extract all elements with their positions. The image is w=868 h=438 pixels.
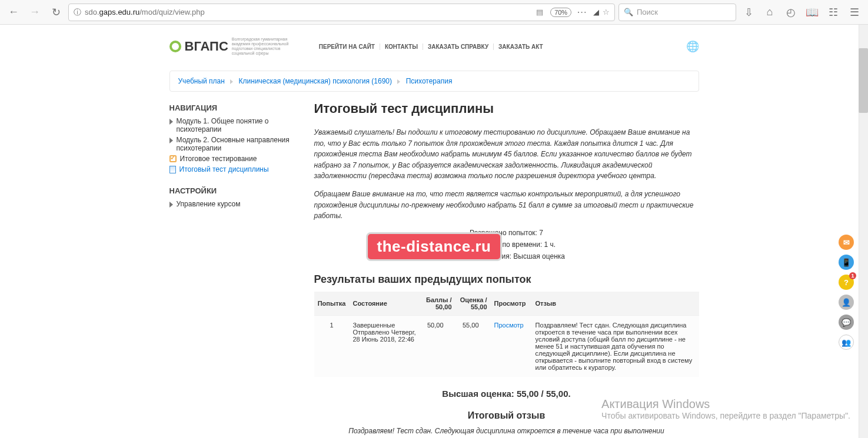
brand-subtext: Волгоградская гуманитарная академия проф…	[232, 37, 297, 56]
floating-action-column: ✉ 📱 ? 👤 💬 👥	[839, 235, 854, 350]
link-order-cert[interactable]: ЗАКАЗАТЬ СПРАВКУ	[423, 44, 493, 50]
sidebar-label: Модуль 1. Общее понятие о психотерапии	[177, 117, 299, 133]
url-bar[interactable]: ⓘ sdo.gaps.edu.ru/mod/quiz/view.php ▤ 70…	[68, 4, 615, 21]
downloads-icon[interactable]: ⇩	[740, 4, 757, 21]
col-marks: Баллы / 50,00	[420, 292, 455, 316]
sidebar-item-finaltest[interactable]: Итоговый тест дисциплины	[169, 165, 299, 173]
browser-search[interactable]: 🔍 Поиск	[618, 4, 736, 21]
triangle-icon	[169, 138, 173, 143]
site-header: ВГАПС Волгоградская гуманитарная академи…	[169, 33, 699, 60]
link-site[interactable]: ПЕРЕЙТИ НА САЙТ	[314, 44, 380, 50]
history-icon[interactable]: ◴	[782, 4, 800, 21]
reader-icon[interactable]: ▤	[536, 8, 543, 16]
url-text: sdo.gaps.edu.ru/mod/quiz/view.php	[85, 8, 205, 16]
breadcrumb-topic[interactable]: Психотерапия	[406, 77, 453, 85]
table-row: 1 Завершенные Отправлено Четверг, 28 Июн…	[314, 315, 699, 377]
logo-mark-icon	[169, 41, 181, 52]
col-attempt: Попытка	[314, 292, 350, 316]
cell-attempt: 1	[314, 315, 350, 377]
overall-feedback-text: Поздравляем! Тест сдан. Следующая дисцип…	[342, 426, 671, 438]
breadcrumb: Учебный план Клиническая (медицинская) п…	[169, 71, 699, 92]
brand-text: ВГАПС	[185, 39, 228, 54]
cell-grade: 55,00	[455, 315, 491, 377]
browser-toolbar: ← → ↻ ⓘ sdo.gaps.edu.ru/mod/quiz/view.ph…	[0, 0, 868, 25]
nav-heading: НАВИГАЦИЯ	[169, 103, 299, 112]
page-viewport: ВГАПС Волгоградская гуманитарная академи…	[0, 25, 868, 438]
home-icon[interactable]: ⌂	[761, 4, 779, 21]
highest-grade: Высшая оценка: 55,00 / 55,00.	[314, 389, 699, 399]
breadcrumb-plan[interactable]: Учебный план	[178, 77, 225, 85]
site-logo[interactable]: ВГАПС Волгоградская гуманитарная академи…	[169, 37, 297, 56]
top-nav-links: ПЕРЕЙТИ НА САЙТ КОНТАКТЫ ЗАКАЗАТЬ СПРАВК…	[314, 44, 548, 50]
zoom-badge[interactable]: 70%	[550, 8, 571, 17]
sidebar: НАВИГАЦИЯ Модуль 1. Общее понятие о псих…	[169, 101, 299, 438]
link-order-act[interactable]: ЗАКАЗАТЬ АКТ	[493, 44, 548, 50]
time-limit: Ограничение по времени: 1 ч.	[314, 240, 699, 249]
cell-state: Завершенные Отправлено Четверг, 28 Июнь …	[350, 315, 420, 377]
intro-paragraph-2: Обращаем Ваше внимание на то, что тест я…	[314, 189, 699, 222]
triangle-icon	[169, 119, 173, 125]
float-btn-profile[interactable]: 👥	[839, 335, 854, 350]
cell-feedback: Поздравляем! Тест сдан. Следующая дисцип…	[532, 315, 699, 377]
main-content: Итоговый тест дисциплины Уважаемый слуша…	[314, 101, 699, 438]
col-feedback: Отзыв	[532, 292, 699, 316]
sidebar-label: Итоговое тестирование	[180, 155, 257, 163]
library-icon[interactable]: 📖	[803, 4, 821, 21]
float-btn-notifications[interactable]: ?	[839, 275, 854, 290]
sidebar-label: Итоговый тест дисциплины	[179, 165, 269, 173]
reload-button[interactable]: ↻	[47, 4, 65, 21]
attempts-table: Попытка Состояние Баллы / 50,00 Оценка /…	[314, 292, 699, 377]
link-contacts[interactable]: КОНТАКТЫ	[380, 44, 423, 50]
sidebar-item-finaltesting[interactable]: Итоговое тестирование	[169, 155, 299, 163]
extensions-icon[interactable]: ☷	[824, 4, 842, 21]
chevron-right-icon	[397, 79, 400, 84]
search-placeholder: Поиск	[637, 8, 658, 16]
scrollbar-thumb[interactable]	[859, 48, 868, 113]
sidebar-item-module2[interactable]: Модуль 2. Основные направления психотера…	[169, 136, 299, 152]
float-btn-blue[interactable]: 📱	[839, 255, 854, 270]
overall-feedback-heading: Итоговый отзыв	[314, 410, 699, 421]
forward-button[interactable]: →	[26, 4, 44, 21]
pocket-icon[interactable]: ◢	[593, 8, 599, 16]
bookmark-star-icon[interactable]: ☆	[603, 8, 610, 16]
float-btn-chat[interactable]: 💬	[839, 315, 854, 330]
intro-paragraph-1: Уважаемый слушатель! Вы подошли к итогов…	[314, 127, 699, 182]
col-review: Просмотр	[491, 292, 532, 316]
settings-heading: НАСТРОЙКИ	[169, 186, 299, 195]
sidebar-label: Модуль 2. Основные направления психотера…	[177, 136, 299, 152]
review-link[interactable]: Просмотр	[494, 322, 524, 329]
scrollbar-track[interactable]	[859, 25, 868, 438]
grading-method: Метод оценивания: Высшая оценка	[314, 252, 699, 260]
back-button[interactable]: ←	[5, 4, 22, 21]
page-actions-icon[interactable]: ···	[577, 8, 587, 16]
menu-icon[interactable]: ☰	[846, 4, 863, 21]
sidebar-item-course-mgmt[interactable]: Управление курсом	[169, 200, 299, 208]
col-state: Состояние	[350, 292, 420, 316]
float-btn-grey1[interactable]: 👤	[839, 295, 854, 310]
triangle-icon	[169, 202, 173, 208]
breadcrumb-course[interactable]: Клиническая (медицинская) психология (16…	[239, 77, 392, 85]
col-grade: Оценка / 55,00	[455, 292, 491, 316]
sidebar-item-module1[interactable]: Модуль 1. Общее понятие о психотерапии	[169, 117, 299, 133]
attempts-allowed: Разрешено попыток: 7	[314, 229, 699, 237]
results-heading: Результаты ваших предыдущих попыток	[314, 273, 699, 286]
chevron-right-icon	[230, 79, 233, 84]
check-icon	[169, 155, 177, 162]
info-icon: ⓘ	[74, 7, 81, 18]
cell-review: Просмотр	[491, 315, 532, 377]
language-icon[interactable]: 🌐	[686, 40, 699, 53]
document-icon	[169, 166, 176, 173]
sidebar-label: Управление курсом	[177, 200, 241, 208]
page-title: Итоговый тест дисциплины	[314, 101, 699, 116]
float-btn-orange[interactable]: ✉	[839, 235, 854, 250]
search-icon: 🔍	[624, 8, 633, 16]
cell-marks: 50,00	[420, 315, 455, 377]
